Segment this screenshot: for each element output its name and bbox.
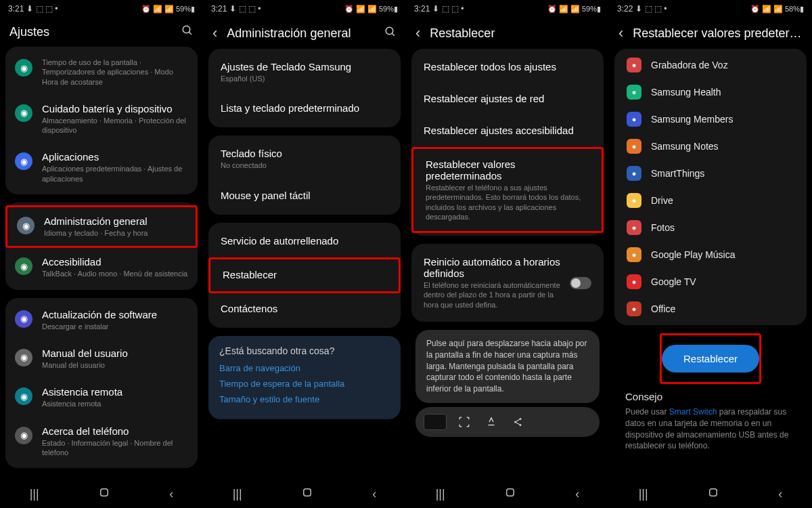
app-name: SmartThings <box>651 168 704 179</box>
row-title: Teclado físico <box>221 148 388 159</box>
app-icon: ● <box>627 193 641 208</box>
back-icon[interactable]: ‹ <box>618 24 623 42</box>
search-icon[interactable] <box>181 24 194 40</box>
settings-group: ◉ Tiempo de uso de la pantalla · Tempori… <box>5 47 198 194</box>
settings-row[interactable]: Servicio de autorrellenado <box>208 226 401 257</box>
settings-row[interactable]: ◉ Manual del usuario Manual del usuario <box>5 339 198 378</box>
capture-thumbnail[interactable] <box>424 414 447 430</box>
row-subtitle: No conectado <box>221 161 388 170</box>
settings-row[interactable]: Restablecer <box>208 257 401 293</box>
settings-group: Reinicio automático a horarios definidos… <box>411 244 604 322</box>
nav-home-icon[interactable] <box>98 486 110 502</box>
settings-group: ◉ Administración general Idioma y teclad… <box>5 203 198 290</box>
nav-home-icon[interactable] <box>707 486 719 502</box>
looking-for-panel: ¿Está buscando otra cosa? Barra de naveg… <box>208 336 401 419</box>
app-icon: ● <box>627 85 641 100</box>
row-icon: ◉ <box>15 387 32 405</box>
row-title: Accesibilidad <box>42 256 188 268</box>
nav-home-icon[interactable] <box>301 486 313 502</box>
suggestion-link[interactable]: Barra de navegación <box>219 363 390 373</box>
nav-bar: ||| ‹ <box>0 480 203 508</box>
row-title: Manual del usuario <box>42 347 188 359</box>
settings-row[interactable]: Mouse y panel táctil <box>208 180 401 212</box>
scroll-capture-icon[interactable] <box>455 412 474 431</box>
toggle-switch[interactable] <box>570 277 591 289</box>
app-name: Grabadora de Voz <box>651 60 728 70</box>
back-icon[interactable]: ‹ <box>415 24 420 42</box>
row-subtitle: TalkBack · Audio mono · Menú de asistenc… <box>42 269 188 278</box>
row-icon: ◉ <box>15 349 32 366</box>
nav-recents-icon[interactable]: ||| <box>233 487 242 501</box>
settings-row[interactable]: ◉ Cuidado batería y dispositivo Almacena… <box>5 95 198 144</box>
nav-back-icon[interactable]: ‹ <box>575 487 579 501</box>
nav-home-icon[interactable] <box>504 486 516 502</box>
settings-row[interactable]: Restablecer ajustes de red <box>411 83 604 115</box>
app-list-item: ● SmartThings <box>614 160 807 187</box>
settings-row[interactable]: ◉ Actualización de software Descargar e … <box>5 301 198 339</box>
settings-row[interactable]: Restablecer valores predeterminados Rest… <box>411 147 604 233</box>
nav-recents-icon[interactable]: ||| <box>30 487 39 501</box>
row-subtitle: Español (US) <box>221 74 388 83</box>
settings-row[interactable]: ◉ Aplicaciones Aplicaciones predetermina… <box>5 143 198 192</box>
status-time: 3:21 <box>8 4 24 14</box>
settings-row[interactable]: ◉ Tiempo de uso de la pantalla · Tempori… <box>5 49 198 95</box>
row-title: Aplicaciones <box>42 151 188 163</box>
nav-back-icon[interactable]: ‹ <box>778 487 782 501</box>
settings-row[interactable]: Contáctenos <box>208 293 401 325</box>
app-list-item: ● Google TV <box>614 268 807 295</box>
status-bar: 3:21 ⬇ ⬚ ⬚ • ⏰ 📶 📶 59%▮ <box>203 0 406 18</box>
settings-row[interactable]: ◉ Administración general Idioma y teclad… <box>5 205 198 248</box>
app-icon: ● <box>627 247 641 262</box>
suggestion-link[interactable]: Tamaño y estilo de fuente <box>219 394 390 404</box>
settings-row[interactable]: ◉ Accesibilidad TalkBack · Audio mono · … <box>5 248 198 287</box>
settings-row[interactable]: ◉ Acerca del teléfono Estado · Informaci… <box>5 417 198 466</box>
row-subtitle: Restablecer el teléfono a sus ajustes pr… <box>426 183 589 221</box>
status-time: 3:21 <box>211 4 227 14</box>
settings-row[interactable]: Ajustes de Teclado Samsung Español (US) <box>208 51 401 93</box>
row-subtitle: Idioma y teclado · Fecha y hora <box>44 228 186 238</box>
tip-heading: Consejo <box>625 391 796 402</box>
app-icon: ● <box>627 112 641 127</box>
search-icon[interactable] <box>384 26 397 41</box>
settings-row[interactable]: Reinicio automático a horarios definidos… <box>411 247 604 319</box>
svg-point-0 <box>183 26 190 33</box>
app-list-item: ● Samsung Members <box>614 106 807 133</box>
row-icon: ◉ <box>15 104 32 122</box>
settings-group: Teclado físico No conectado Mouse y pane… <box>208 135 401 214</box>
app-list-item: ● Samsung Notes <box>614 133 807 160</box>
nav-bar: ||| ‹ <box>609 480 812 508</box>
nav-back-icon[interactable]: ‹ <box>169 487 173 501</box>
app-list-item: ● Grabadora de Voz <box>614 51 807 79</box>
edit-icon[interactable] <box>482 412 501 431</box>
row-title: Reinicio automático a horarios definidos <box>424 256 563 279</box>
status-right-icons: ⏰ 📶 📶 58%▮ <box>750 5 804 14</box>
nav-bar: ||| ‹ <box>406 480 609 508</box>
settings-row[interactable]: Restablecer ajustes accesibilidad <box>411 115 604 147</box>
back-icon[interactable]: ‹ <box>212 24 217 42</box>
app-name: Office <box>651 303 675 314</box>
settings-row[interactable]: Lista y teclado predeterminado <box>208 93 401 125</box>
smart-switch-link[interactable]: Smart Switch <box>669 407 717 417</box>
looking-question: ¿Está buscando otra cosa? <box>219 345 390 356</box>
app-name: Google TV <box>651 276 696 287</box>
page-title: Restablecer valores predeterminados <box>633 26 803 41</box>
svg-line-4 <box>392 33 394 36</box>
row-title: Administración general <box>44 215 186 227</box>
svg-rect-5 <box>304 488 311 496</box>
nav-recents-icon[interactable]: ||| <box>639 487 648 501</box>
settings-row[interactable]: Restablecer todos los ajustes <box>411 51 604 83</box>
nav-back-icon[interactable]: ‹ <box>372 487 376 501</box>
share-icon[interactable] <box>509 412 528 431</box>
settings-row[interactable]: Teclado físico No conectado <box>208 138 401 179</box>
screen-header: ‹ Administración general <box>203 18 406 49</box>
reset-button[interactable]: Restablecer <box>662 345 759 373</box>
row-title: Actualización de software <box>42 309 188 320</box>
app-list-item: ● Drive <box>614 187 807 214</box>
settings-row[interactable]: ◉ Asistencia remota Asistencia remota <box>5 378 198 417</box>
app-name: Samsung Members <box>651 114 733 125</box>
reset-button-wrap: Restablecer <box>660 333 761 384</box>
app-icon: ● <box>627 301 641 316</box>
suggestion-link[interactable]: Tiempo de espera de la pantalla <box>219 379 390 389</box>
row-title: Acerca del teléfono <box>42 425 188 437</box>
nav-recents-icon[interactable]: ||| <box>436 487 445 501</box>
